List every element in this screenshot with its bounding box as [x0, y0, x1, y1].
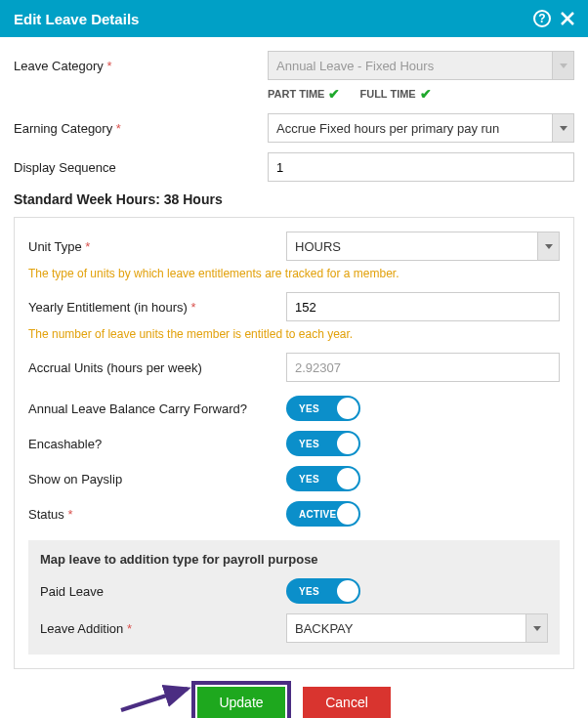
help-icon[interactable]: ? — [533, 10, 551, 27]
chevron-down-icon — [552, 52, 573, 79]
show-payslip-row: Show on Payslip YES — [28, 466, 560, 491]
encashable-toggle[interactable]: YES — [286, 431, 360, 456]
carry-forward-label: Annual Leave Balance Carry Forward? — [28, 401, 286, 416]
standard-week-title: Standard Week Hours: 38 Hours — [14, 191, 574, 207]
toggle-knob — [337, 398, 358, 419]
accrual-units-input[interactable] — [286, 353, 560, 382]
required-marker: * — [116, 121, 121, 136]
mapping-subpanel: Map leave to addition type for payroll p… — [28, 540, 560, 655]
earning-category-row: Earning Category * Accrue Fixed hours pe… — [14, 113, 574, 143]
earning-category-value: Accrue Fixed hours per primary pay run — [276, 121, 499, 136]
unit-type-row: Unit Type * HOURS — [28, 232, 560, 261]
accrual-units-label: Accrual Units (hours per week) — [28, 360, 286, 375]
encashable-label: Encashable? — [28, 437, 286, 451]
modal-header: Edit Leave Details ? — [0, 0, 588, 37]
cancel-button[interactable]: Cancel — [303, 687, 391, 718]
chevron-down-icon — [525, 614, 547, 642]
leave-category-select[interactable]: Annual Leave - Fixed Hours — [268, 51, 574, 80]
leave-category-label: Leave Category * — [14, 59, 268, 73]
yearly-entitlement-help: The number of leave units the member is … — [28, 327, 560, 341]
required-marker: * — [190, 300, 195, 315]
leave-addition-select[interactable]: BACKPAY — [286, 613, 548, 643]
earning-category-select[interactable]: Accrue Fixed hours per primary pay run — [268, 113, 574, 143]
status-row: Status * ACTIVE — [28, 501, 560, 527]
yearly-entitlement-label: Yearly Entitlement (in hours) * — [28, 300, 286, 315]
encashable-row: Encashable? YES — [28, 431, 560, 456]
toggle-label: ACTIVE — [299, 509, 336, 520]
modal-title: Edit Leave Details — [14, 11, 139, 27]
unit-type-select[interactable]: HOURS — [286, 232, 560, 261]
required-marker: * — [127, 621, 132, 636]
toggle-label: YES — [299, 439, 319, 449]
employment-type-badges: PART TIME ✔ FULL TIME ✔ — [268, 86, 574, 102]
unit-type-value: HOURS — [295, 239, 341, 254]
leave-addition-value: BACKPAY — [295, 621, 353, 636]
unit-type-help: The type of units by which leave entitle… — [28, 267, 560, 280]
unit-type-label: Unit Type * — [28, 239, 286, 254]
check-icon: ✔ — [328, 86, 340, 102]
earning-category-label: Earning Category * — [14, 121, 268, 136]
status-toggle[interactable]: ACTIVE — [286, 501, 360, 527]
modal-footer: Update Cancel — [0, 669, 588, 718]
svg-line-4 — [121, 689, 188, 710]
mapping-title: Map leave to addition type for payroll p… — [40, 552, 548, 567]
toggle-knob — [337, 468, 358, 489]
required-marker: * — [67, 507, 72, 522]
toggle-knob — [337, 433, 358, 454]
carry-forward-row: Annual Leave Balance Carry Forward? YES — [28, 396, 560, 421]
accrual-units-row: Accrual Units (hours per week) — [28, 353, 560, 382]
show-payslip-toggle[interactable]: YES — [286, 466, 360, 491]
toggle-label: YES — [299, 586, 319, 597]
leave-category-value: Annual Leave - Fixed Hours — [276, 59, 434, 73]
toggle-knob — [337, 503, 358, 525]
leave-addition-row: Leave Addition * BACKPAY — [40, 613, 548, 643]
carry-forward-toggle[interactable]: YES — [286, 396, 360, 421]
close-icon[interactable] — [561, 12, 574, 25]
toggle-label: YES — [299, 403, 319, 414]
yearly-entitlement-input[interactable] — [286, 292, 560, 321]
required-marker: * — [106, 59, 111, 73]
display-sequence-input[interactable] — [268, 152, 574, 182]
part-time-badge: PART TIME ✔ — [268, 86, 340, 102]
required-marker: * — [85, 239, 90, 254]
display-sequence-row: Display Sequence — [14, 152, 574, 182]
show-payslip-label: Show on Payslip — [28, 472, 286, 486]
annotation-arrow-icon — [117, 677, 205, 716]
leave-addition-label: Leave Addition * — [40, 621, 286, 636]
paid-leave-row: Paid Leave YES — [40, 578, 548, 604]
status-label: Status * — [28, 507, 286, 522]
header-icons: ? — [533, 10, 574, 27]
toggle-label: YES — [299, 474, 319, 485]
update-button[interactable]: Update — [197, 687, 285, 718]
display-sequence-label: Display Sequence — [14, 160, 268, 175]
chevron-down-icon — [552, 114, 573, 142]
paid-leave-toggle[interactable]: YES — [286, 578, 360, 604]
svg-text:?: ? — [538, 12, 545, 25]
paid-leave-label: Paid Leave — [40, 584, 286, 599]
leave-category-row: Leave Category * Annual Leave - Fixed Ho… — [14, 51, 574, 80]
full-time-badge: FULL TIME ✔ — [359, 86, 431, 102]
chevron-down-icon — [537, 232, 559, 260]
toggle-knob — [337, 580, 358, 602]
check-icon: ✔ — [420, 86, 432, 102]
standard-week-panel: Unit Type * HOURS The type of units by w… — [14, 217, 574, 669]
modal-body: Leave Category * Annual Leave - Fixed Ho… — [0, 37, 588, 669]
yearly-entitlement-row: Yearly Entitlement (in hours) * — [28, 292, 560, 321]
